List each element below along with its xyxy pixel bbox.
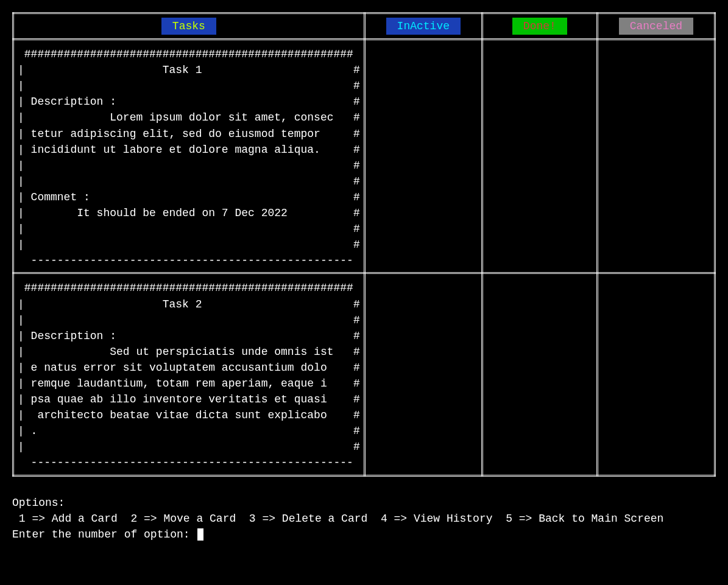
- column-header-inactive: InActive: [364, 13, 482, 40]
- inactive-badge[interactable]: InActive: [386, 18, 461, 35]
- text-cursor: [197, 528, 203, 541]
- tasks-badge[interactable]: Tasks: [161, 18, 216, 35]
- kanban-board: Tasks InActive Done! Canceled ##########…: [12, 12, 716, 477]
- options-title: Options:: [12, 495, 716, 511]
- column-header-tasks: Tasks: [13, 13, 365, 40]
- task-card-1[interactable]: ########################################…: [18, 46, 360, 268]
- canceled-cell-1: [597, 40, 715, 273]
- options-prompt-line[interactable]: Enter the number of option:: [12, 527, 716, 542]
- tasks-cell-2: ########################################…: [13, 273, 365, 475]
- tasks-cell-1: ########################################…: [13, 40, 365, 273]
- canceled-badge[interactable]: Canceled: [619, 18, 693, 35]
- inactive-cell-1: [364, 40, 482, 273]
- card-row-1: ########################################…: [13, 40, 715, 273]
- column-header-canceled: Canceled: [597, 13, 715, 40]
- column-header-done: Done!: [482, 13, 597, 40]
- options-section: Options: 1 => Add a Card 2 => Move a Car…: [12, 495, 716, 542]
- header-row: Tasks InActive Done! Canceled: [13, 13, 715, 40]
- options-prompt: Enter the number of option:: [12, 528, 196, 541]
- task-card-2[interactable]: ########################################…: [18, 280, 360, 471]
- card-row-2: ########################################…: [13, 273, 715, 475]
- canceled-cell-2: [597, 273, 715, 475]
- done-cell-1: [482, 40, 597, 273]
- options-menu: 1 => Add a Card 2 => Move a Card 3 => De…: [12, 511, 716, 527]
- inactive-cell-2: [364, 273, 482, 475]
- done-badge[interactable]: Done!: [512, 18, 567, 35]
- done-cell-2: [482, 273, 597, 475]
